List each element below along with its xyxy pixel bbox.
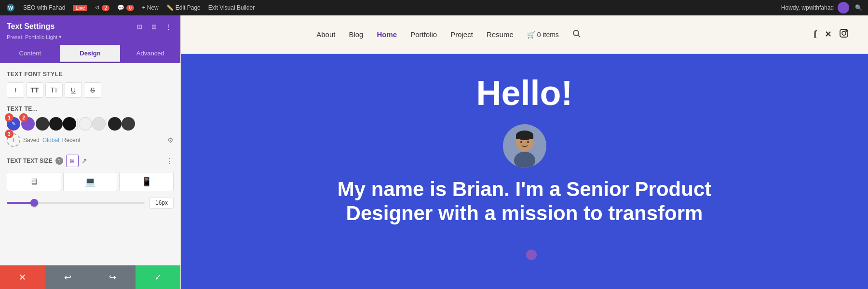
live-badge: Live	[73, 5, 87, 11]
panel-expand-icon[interactable]: ⊡	[134, 21, 145, 32]
desktop-size-btn[interactable]: 🖥	[7, 172, 61, 191]
live-badge-btn[interactable]: Live	[73, 5, 87, 11]
avatar-image	[503, 124, 546, 168]
new-btn[interactable]: + New	[142, 4, 158, 11]
saved-label: Saved	[23, 137, 40, 144]
cart-icon: 🛒	[527, 31, 535, 39]
wp-logo-icon: W	[6, 3, 15, 13]
text-size-header: Text Text Size ? 🖥 ↗ ⋮	[7, 155, 174, 167]
underline-btn[interactable]: U	[65, 82, 82, 98]
color-actions-row: 3 + Saved Global Recent ⚙	[7, 133, 174, 147]
panel-header-icons: ⊡ ⊞ ⋮	[134, 21, 174, 32]
tab-bar: Content Design Advanced	[0, 45, 180, 63]
settings-icon[interactable]: ⚙	[167, 136, 174, 144]
pencil-icon: ✎	[12, 121, 16, 127]
panel-content: Text Font Style I TT Tт U S Text Te... 1…	[0, 63, 180, 265]
panel-grid-icon[interactable]: ⊞	[149, 21, 159, 32]
dark-swatch-3[interactable]	[63, 117, 76, 131]
main-layout: Text Settings ⊡ ⊞ ⋮ Preset: Portfolio Li…	[0, 15, 868, 289]
svg-rect-11	[516, 135, 533, 139]
tab-advanced[interactable]: Advanced	[120, 45, 180, 63]
color-transform-row: 1 ✎ 2	[7, 117, 174, 131]
admin-search-btn[interactable]: 🔍	[855, 4, 862, 11]
comments-btn[interactable]: 💬 0	[117, 4, 134, 11]
tab-content[interactable]: Content	[0, 45, 60, 63]
svg-point-2	[573, 30, 579, 36]
help-icon[interactable]: ?	[55, 157, 63, 165]
admin-bar-right: Howdy, wpwithfahad 🔍	[781, 2, 862, 13]
edit-page-btn[interactable]: ✏️ Edit Page	[166, 4, 201, 11]
text-color-label: Text Te...	[7, 105, 174, 112]
light-swatch-1[interactable]	[79, 117, 92, 131]
device-size-row: 🖥 💻 📱	[7, 172, 174, 191]
sidebar-panel: Text Settings ⊡ ⊞ ⋮ Preset: Portfolio Li…	[0, 15, 181, 289]
action-bar: ✕ ↩ ↪ ✓	[0, 265, 180, 289]
light-swatch-2[interactable]	[92, 117, 106, 131]
nav-resume[interactable]: Resume	[487, 30, 514, 39]
slider-thumb[interactable]	[30, 199, 38, 207]
global-label[interactable]: Global	[42, 137, 59, 144]
capitalize-btn[interactable]: Tт	[45, 82, 63, 98]
purple-dot	[526, 250, 537, 260]
dark-swatch-5[interactable]	[122, 117, 135, 131]
recent-label: Recent	[62, 137, 81, 144]
notifications-btn[interactable]: ↺ 2	[95, 4, 109, 11]
slider-value-input[interactable]	[149, 197, 174, 209]
text-size-label: Text Text Size	[7, 158, 53, 164]
nav-project[interactable]: Project	[450, 30, 473, 39]
nav-blog[interactable]: Blog	[349, 30, 363, 39]
site-nav: About Blog Home Portfolio Project Resume…	[316, 29, 581, 40]
nav-about[interactable]: About	[316, 30, 335, 39]
dark-swatch-2[interactable]	[49, 117, 63, 131]
nav-home[interactable]: Home	[377, 30, 397, 39]
howdy-text[interactable]: Howdy, wpwithfahad	[781, 2, 849, 13]
hero-avatar	[503, 124, 546, 168]
more-options-icon[interactable]: ⋮	[166, 157, 174, 166]
font-style-row: I TT Tт U S	[7, 82, 174, 98]
website-preview: About Blog Home Portfolio Project Resume…	[181, 15, 868, 289]
cancel-button[interactable]: ✕	[0, 265, 45, 289]
site-header-right: f ✕	[814, 28, 849, 40]
panel-more-icon[interactable]: ⋮	[163, 21, 174, 32]
font-size-slider[interactable]	[7, 202, 145, 204]
uppercase-btn[interactable]: TT	[26, 82, 43, 98]
strikethrough-btn[interactable]: S	[84, 82, 101, 98]
text-transform-section: Text Te... 1 ✎ 2	[7, 105, 174, 147]
svg-line-3	[578, 35, 580, 37]
device-select-btn[interactable]: 🖥	[66, 155, 79, 167]
italic-btn[interactable]: I	[7, 82, 24, 98]
confirm-button[interactable]: ✓	[136, 265, 181, 289]
cursor-icon: ↗	[81, 157, 87, 165]
wp-logo-btn[interactable]: W	[6, 3, 15, 13]
nav-portfolio[interactable]: Portfolio	[410, 30, 437, 39]
notification-count: 2	[102, 5, 109, 11]
tab-design[interactable]: Design	[60, 45, 121, 63]
hero-body-text: My name is Brian. I'm a Senior Product D…	[308, 177, 742, 226]
hero-title: Hello!	[476, 73, 572, 113]
undo-button[interactable]: ↩	[45, 265, 91, 289]
text-size-section: Text Text Size ? 🖥 ↗ ⋮ 🖥 💻 📱	[7, 155, 174, 209]
twitter-icon[interactable]: ✕	[825, 29, 831, 39]
svg-point-5	[842, 31, 846, 35]
svg-point-6	[846, 30, 847, 31]
exit-builder-btn[interactable]: Exit Visual Builder	[208, 4, 255, 11]
nav-search-btn[interactable]	[572, 29, 581, 40]
instagram-icon[interactable]	[839, 28, 849, 40]
tablet-size-btn[interactable]: 💻	[63, 172, 118, 191]
redo-button[interactable]: ↪	[90, 265, 136, 289]
admin-bar: W SEO with Fahad Live ↺ 2 💬 0 + New ✏️ E…	[0, 0, 868, 15]
color-divider	[77, 118, 78, 130]
dark-swatch-1[interactable]	[36, 117, 49, 131]
mobile-size-btn[interactable]: 📱	[119, 172, 174, 191]
panel-title: Text Settings	[7, 22, 54, 31]
facebook-icon[interactable]: f	[814, 29, 817, 40]
site-header: About Blog Home Portfolio Project Resume…	[181, 15, 868, 54]
nav-cart[interactable]: 🛒 0 items	[527, 31, 559, 39]
dark-swatch-4[interactable]	[108, 117, 122, 131]
cart-count: 0 items	[537, 31, 559, 39]
slider-row	[7, 197, 174, 209]
slider-track	[7, 202, 145, 204]
site-name[interactable]: SEO with Fahad	[23, 4, 65, 11]
panel-preset: Preset: Portfolio Light ▾	[7, 34, 174, 40]
hero-section: Hello! My name	[181, 54, 868, 289]
